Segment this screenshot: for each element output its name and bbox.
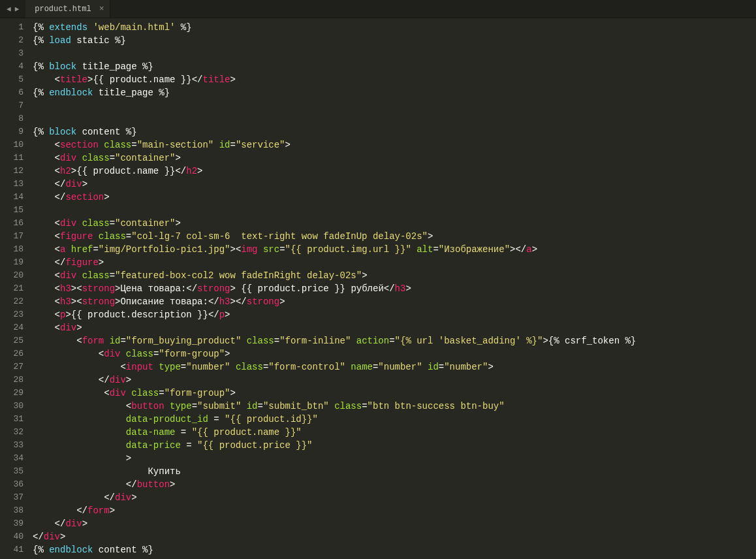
line-number: 25 (7, 334, 24, 347)
line-number: 39 (7, 517, 24, 530)
line-number: 21 (7, 282, 24, 295)
nav-right-icon[interactable]: ▶ (15, 5, 20, 13)
line-number: 20 (7, 269, 24, 282)
line-number: 31 (7, 413, 24, 426)
line-number: 22 (7, 295, 24, 308)
line-number: 15 (7, 204, 24, 217)
line-number: 3 (7, 47, 24, 60)
code-line[interactable]: </div> (33, 491, 756, 504)
code-line[interactable]: <button type="submit" id="submit_btn" cl… (33, 400, 756, 413)
code-line[interactable] (33, 99, 756, 112)
line-number: 40 (7, 530, 24, 543)
code-line[interactable]: {% endblock title_page %} (33, 86, 756, 99)
line-number: 41 (7, 543, 24, 556)
editor: 1234567891011121314151617181920212223242… (0, 18, 756, 559)
code-line[interactable]: data-product_id = "{{ product.id}}" (33, 413, 756, 426)
code-line[interactable]: </button> (33, 478, 756, 491)
code-area[interactable]: {% extends 'web/main.html' %}{% load sta… (33, 18, 756, 559)
code-line[interactable]: {% load static %} (33, 34, 756, 47)
code-line[interactable] (33, 47, 756, 60)
code-line[interactable]: {% block content %} (33, 125, 756, 138)
code-line[interactable]: </form> (33, 504, 756, 517)
line-number: 18 (7, 243, 24, 256)
code-line[interactable]: <h3><strong>Цена товара:</strong> {{ pro… (33, 282, 756, 295)
code-line[interactable]: <div class="container"> (33, 217, 756, 230)
line-number: 26 (7, 347, 24, 360)
code-line[interactable]: <form id="form_buying_product" class="fo… (33, 334, 756, 347)
tab-bar: ◀ ▶ product.html × (0, 0, 756, 18)
code-line[interactable]: {% extends 'web/main.html' %} (33, 21, 756, 34)
code-line[interactable] (33, 204, 756, 217)
line-number: 16 (7, 217, 24, 230)
code-line[interactable]: </div> (33, 517, 756, 530)
gutter: 1234567891011121314151617181920212223242… (0, 18, 33, 559)
code-line[interactable]: Купить (33, 465, 756, 478)
code-line[interactable]: </section> (33, 191, 756, 204)
line-number: 4 (7, 60, 24, 73)
line-number: 24 (7, 321, 24, 334)
nav-left-icon[interactable]: ◀ (7, 5, 11, 13)
code-line[interactable]: <h2>{{ product.name }}</h2> (33, 165, 756, 178)
code-line[interactable]: <a href="img/Portfolio-pic1.jpg"><img sr… (33, 243, 756, 256)
code-line[interactable]: <div class="container"> (33, 152, 756, 165)
line-number: 17 (7, 230, 24, 243)
line-number: 35 (7, 465, 24, 478)
line-number: 32 (7, 426, 24, 439)
code-line[interactable]: <h3><strong>Описание товара:</h3></stron… (33, 295, 756, 308)
line-number: 9 (7, 125, 24, 138)
code-line[interactable]: <div class="form-group"> (33, 387, 756, 400)
line-number: 6 (7, 86, 24, 99)
code-line[interactable]: data-name = "{{ product.name }}" (33, 426, 756, 439)
code-line[interactable]: data-price = "{{ product.price }}" (33, 439, 756, 452)
code-line[interactable]: > (33, 452, 756, 465)
line-number: 5 (7, 73, 24, 86)
tab-filename: product.html (35, 5, 91, 14)
line-number: 19 (7, 256, 24, 269)
line-number: 27 (7, 360, 24, 374)
line-number: 23 (7, 308, 24, 321)
code-line[interactable]: </figure> (33, 256, 756, 269)
code-line[interactable]: <div> (33, 321, 756, 334)
nav-arrows: ◀ ▶ (0, 0, 25, 18)
code-line[interactable]: </div> (33, 374, 756, 387)
code-line[interactable]: </div> (33, 530, 756, 543)
code-line[interactable]: </div> (33, 178, 756, 191)
close-icon[interactable]: × (99, 4, 104, 14)
code-line[interactable]: <figure class="col-lg-7 col-sm-6 text-ri… (33, 230, 756, 243)
line-number: 14 (7, 191, 24, 204)
code-line[interactable]: <p>{{ product.description }}</p> (33, 308, 756, 321)
code-line[interactable] (33, 112, 756, 125)
code-line[interactable]: <input type="number" class="form-control… (33, 360, 756, 374)
code-line[interactable]: <section class="main-section" id="servic… (33, 138, 756, 152)
line-number: 7 (7, 99, 24, 112)
line-number: 11 (7, 152, 24, 165)
code-line[interactable]: <title>{{ product.name }}</title> (33, 73, 756, 86)
line-number: 28 (7, 374, 24, 387)
line-number: 36 (7, 478, 24, 491)
code-line[interactable]: <div class="featured-box-col2 wow fadeIn… (33, 269, 756, 282)
line-number: 34 (7, 452, 24, 465)
line-number: 29 (7, 387, 24, 400)
code-line[interactable]: <div class="form-group"> (33, 347, 756, 360)
file-tab[interactable]: product.html × (25, 0, 110, 18)
code-line[interactable]: {% block title_page %} (33, 60, 756, 73)
line-number: 13 (7, 178, 24, 191)
line-number: 10 (7, 138, 24, 152)
line-number: 2 (7, 34, 24, 47)
line-number: 8 (7, 112, 24, 125)
line-number: 30 (7, 400, 24, 413)
line-number: 1 (7, 21, 24, 34)
line-number: 37 (7, 491, 24, 504)
line-number: 38 (7, 504, 24, 517)
code-line[interactable]: {% endblock content %} (33, 543, 756, 556)
line-number: 33 (7, 439, 24, 452)
line-number: 12 (7, 165, 24, 178)
